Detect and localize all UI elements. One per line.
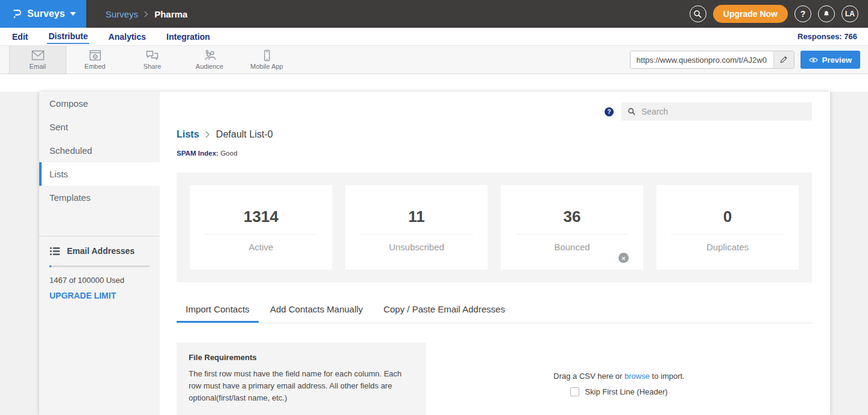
stat-label: Unsubscribed (389, 242, 444, 252)
contact-search-box (621, 103, 812, 121)
stat-card-duplicates[interactable]: 0 Duplicates (656, 185, 799, 270)
upgrade-now-button[interactable]: Upgrade Now (713, 5, 788, 23)
edit-url-button[interactable] (773, 51, 794, 68)
stat-value: 0 (723, 208, 732, 226)
question-mark-icon: ? (800, 9, 806, 19)
envelope-icon (31, 49, 45, 62)
breadcrumb-surveys-link[interactable]: Surveys (105, 9, 138, 19)
list-stats: 1314 Active 11 Unsubscribed 36 Bounced ×… (177, 173, 812, 282)
divider (360, 234, 474, 235)
current-list-name: Default List-0 (216, 129, 272, 140)
distribute-toolbar: Email Embed Share $ Audienc (0, 46, 868, 74)
help-button[interactable]: ? (794, 5, 811, 22)
stat-card-bounced[interactable]: 36 Bounced × (501, 185, 643, 270)
stat-card-active[interactable]: 1314 Active (190, 185, 332, 270)
sidebar-item-compose[interactable]: Compose (39, 92, 160, 115)
tab-analytics[interactable]: Analytics (107, 30, 147, 43)
tab-import-contacts[interactable]: Import Contacts (177, 300, 259, 323)
sidebar-item-lists[interactable]: Lists (39, 162, 160, 186)
browse-link[interactable]: browse (624, 372, 650, 381)
upgrade-limit-link[interactable]: UPGRADE LIMIT (49, 291, 149, 300)
contact-tabs: Import Contacts Add Contacts Manually Co… (177, 300, 812, 323)
tool-embed[interactable]: Embed (66, 46, 124, 74)
drag-text-before: Drag a CSV here or (553, 372, 624, 381)
lists-content: ? Lists Default List-0 SPAM Index: Good (160, 92, 830, 415)
spam-index-label: SPAM Index: (177, 150, 218, 157)
stat-label: Duplicates (706, 242, 749, 252)
spam-index-value: Good (221, 150, 237, 157)
responses-count[interactable]: Responses: 766 (797, 32, 857, 41)
divider (515, 234, 629, 235)
divider (204, 234, 318, 235)
bell-icon (822, 10, 831, 19)
file-requirements-body: The first row must have the field name f… (189, 368, 414, 404)
help-icon[interactable]: ? (605, 107, 614, 116)
clear-bounced-icon[interactable]: × (618, 253, 629, 263)
topbar-actions: Upgrade Now ? LA (690, 0, 868, 28)
survey-url-input[interactable] (631, 51, 773, 68)
file-requirements-box: File Requirements The first row must hav… (177, 343, 426, 415)
tool-label: Mobile App (250, 63, 283, 70)
tab-integration[interactable]: Integration (165, 30, 211, 43)
top-bar: Surveys Surveys Pharma Upgrade Now ? (0, 0, 868, 28)
avatar-initials: LA (845, 10, 855, 18)
sidebar-item-sent[interactable]: Sent (39, 115, 160, 139)
chevron-right-icon (205, 131, 210, 138)
list-icon (49, 247, 60, 256)
app-logo[interactable]: Surveys (0, 0, 86, 28)
tool-audience[interactable]: $ Audience (181, 46, 238, 74)
stat-value: 11 (408, 208, 425, 226)
audience-icon: $ (202, 49, 218, 62)
preview-button[interactable]: Preview (800, 51, 860, 69)
tab-distribute[interactable]: Distribute (47, 29, 89, 44)
stat-value: 1314 (244, 208, 278, 226)
drag-instruction: Drag a CSV here or browse to import. (553, 372, 685, 381)
csv-drop-zone[interactable]: Drag a CSV here or browse to import. Ski… (426, 343, 812, 415)
eye-icon (809, 57, 818, 63)
tab-copy-paste-email-addresses[interactable]: Copy / Paste Email Addresses (374, 300, 514, 323)
tool-email[interactable]: Email (9, 46, 66, 74)
breadcrumb-survey-name: Pharma (154, 9, 187, 19)
skip-first-line-checkbox[interactable] (570, 387, 579, 396)
survey-url-group (630, 51, 794, 69)
skip-first-line-label: Skip First Line (Header) (585, 387, 667, 396)
tool-label: Embed (84, 63, 105, 70)
usage-progress-bar (49, 265, 149, 267)
email-sidebar: Compose Sent Scheduled Lists Templates E… (39, 92, 160, 415)
list-breadcrumb: Lists Default List-0 (177, 129, 812, 140)
tool-label: Audience (196, 63, 224, 70)
survey-nav: Edit Distribute Analytics Integration Re… (0, 28, 868, 46)
user-avatar[interactable]: LA (841, 5, 858, 22)
notifications-button[interactable] (818, 5, 835, 22)
lists-breadcrumb-link[interactable]: Lists (177, 129, 199, 140)
embed-icon (89, 49, 102, 62)
stat-value: 36 (564, 208, 581, 226)
sidebar-spacer (39, 209, 160, 236)
tool-label: Email (30, 63, 46, 70)
sidebar-item-scheduled[interactable]: Scheduled (39, 139, 160, 162)
spam-index-line: SPAM Index: Good (177, 150, 812, 157)
tab-add-contacts-manually[interactable]: Add Contacts Manually (261, 300, 372, 323)
share-icon (145, 49, 159, 62)
drag-text-after: to import. (650, 372, 685, 381)
email-addresses-title: Email Addresses (67, 246, 134, 256)
usage-text: 1467 of 100000 Used (49, 276, 149, 285)
tab-edit[interactable]: Edit (11, 30, 29, 43)
questionpro-logo-icon (10, 8, 22, 20)
pencil-icon (779, 55, 788, 64)
tool-label: Share (143, 63, 161, 70)
search-icon (693, 10, 702, 19)
search-input[interactable] (641, 107, 806, 116)
search-button[interactable] (690, 5, 706, 22)
email-addresses-section: Email Addresses 1467 of 100000 Used UPGR… (39, 236, 160, 310)
chevron-down-icon (70, 12, 76, 16)
product-switcher-label: Surveys (27, 8, 64, 19)
stat-card-unsubscribed[interactable]: 11 Unsubscribed (345, 185, 488, 270)
mobile-icon (261, 49, 273, 62)
toolbar-right: Preview (630, 46, 868, 74)
tool-mobile-app[interactable]: Mobile App (238, 46, 295, 74)
stat-label: Active (249, 242, 274, 252)
spacer-band (0, 74, 868, 92)
tool-share[interactable]: Share (124, 46, 181, 74)
sidebar-item-templates[interactable]: Templates (39, 186, 160, 209)
